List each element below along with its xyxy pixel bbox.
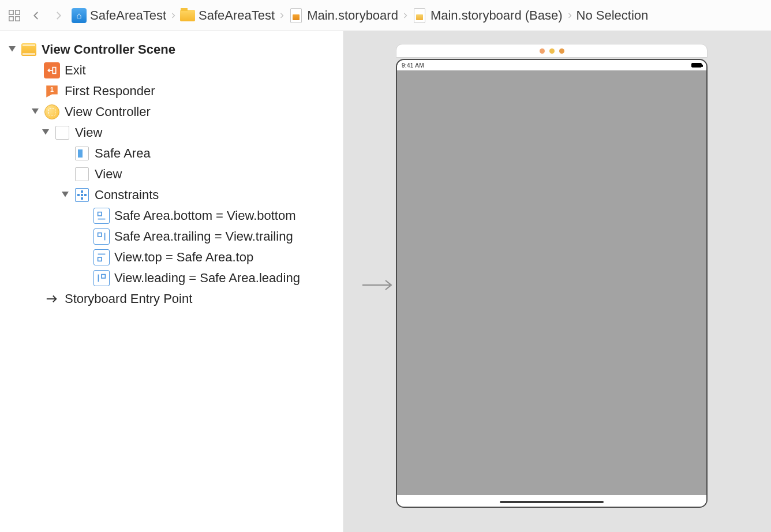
svg-marker-10 (62, 192, 69, 197)
breadcrumb-label: Main.storyboard (Base) (431, 8, 563, 23)
svg-rect-1 (16, 10, 20, 14)
svg-rect-13 (98, 233, 102, 237)
outline-label: Safe Area.trailing = View.trailing (114, 229, 293, 244)
breadcrumb-item-selection[interactable]: No Selection (577, 8, 649, 23)
svg-rect-18 (102, 275, 105, 278)
device-frame[interactable]: 9:41 AM (396, 59, 708, 508)
svg-rect-3 (16, 16, 20, 20)
storyboard-file-icon (289, 8, 304, 23)
breadcrumb-item-file[interactable]: Main.storyboard (289, 8, 398, 23)
chevron-right-icon (278, 10, 285, 21)
battery-icon (691, 63, 702, 68)
home-indicator-icon (500, 501, 604, 503)
status-time: 9:41 AM (402, 62, 424, 69)
outline-label: Constraints (95, 188, 159, 203)
outline-label: View.top = Safe Area.top (114, 250, 253, 265)
svg-rect-2 (9, 16, 13, 20)
storyboard-file-icon (412, 8, 427, 23)
view-icon (74, 166, 90, 182)
outline-label: View Controller (65, 104, 151, 119)
constraint-trailing-icon (93, 228, 110, 245)
outline-row-exit[interactable]: Exit (0, 60, 343, 81)
outline-label: View.leading = Safe Area.leading (114, 271, 300, 286)
breadcrumb-label: SafeAreaTest (199, 8, 275, 23)
outline-row-constraint-leading[interactable]: View.leading = Safe Area.leading (0, 268, 343, 289)
scene-preview[interactable]: 9:41 AM (396, 44, 708, 508)
svg-marker-8 (32, 108, 39, 114)
status-bar: 9:41 AM (397, 60, 706, 70)
chevron-right-icon (402, 10, 409, 21)
svg-rect-0 (9, 10, 13, 14)
view-icon (54, 125, 70, 141)
chevron-right-icon (170, 10, 177, 21)
editor-main: View Controller Scene Exit 1 First Respo… (0, 31, 771, 532)
outline-row-scene[interactable]: View Controller Scene (0, 39, 343, 60)
outline-row-subview[interactable]: View (0, 164, 343, 185)
entry-point-arrow-icon[interactable] (362, 278, 395, 295)
breadcrumb-item-group[interactable]: SafeAreaTest (180, 8, 275, 23)
disclosure-triangle-icon[interactable] (8, 46, 16, 54)
scene-title-bar[interactable] (396, 44, 708, 58)
chevron-right-icon (566, 10, 573, 21)
constraint-bottom-icon (93, 208, 110, 224)
breadcrumb-item-base[interactable]: Main.storyboard (Base) (412, 8, 563, 23)
nav-back-button[interactable] (28, 7, 45, 24)
nav-forward-button[interactable] (50, 7, 67, 24)
constraint-leading-icon (93, 270, 110, 286)
outline-row-constraints[interactable]: Constraints (0, 185, 343, 205)
scene-dot-icon (549, 48, 555, 54)
document-outline[interactable]: View Controller Scene Exit 1 First Respo… (0, 31, 344, 532)
disclosure-triangle-icon[interactable] (31, 108, 39, 116)
constraints-group-icon (74, 187, 90, 203)
outline-label: First Responder (65, 84, 155, 99)
exit-icon (44, 62, 60, 78)
outline-row-entry-point[interactable]: Storyboard Entry Point (0, 289, 343, 309)
outline-label: Safe Area (95, 146, 151, 161)
scene-icon (21, 42, 37, 58)
breadcrumb-label: SafeAreaTest (90, 8, 166, 23)
first-responder-icon: 1 (44, 83, 60, 99)
svg-rect-16 (98, 257, 102, 261)
outline-row-view[interactable]: View (0, 122, 343, 143)
outline-label: View (95, 167, 122, 182)
view-controller-icon (44, 104, 60, 120)
constraint-top-icon (93, 249, 110, 265)
outline-label: View Controller Scene (42, 42, 175, 57)
folder-icon (180, 8, 195, 23)
svg-text:1: 1 (50, 86, 54, 93)
app-icon (72, 8, 87, 23)
svg-rect-6 (53, 68, 55, 74)
outline-row-view-controller[interactable]: View Controller (0, 102, 343, 122)
outline-label: Exit (65, 63, 86, 78)
outline-row-first-responder[interactable]: 1 First Responder (0, 81, 343, 102)
breadcrumb-item-project[interactable]: SafeAreaTest (72, 8, 166, 23)
outline-row-constraint-top[interactable]: View.top = Safe Area.top (0, 247, 343, 268)
svg-marker-4 (9, 46, 16, 52)
entry-point-arrow-icon (44, 291, 60, 307)
outline-label: Storyboard Entry Point (65, 291, 192, 306)
outline-label: View (75, 125, 102, 140)
outline-row-constraint-trailing[interactable]: Safe Area.trailing = View.trailing (0, 226, 343, 247)
svg-rect-11 (98, 212, 102, 216)
related-items-button[interactable] (6, 7, 23, 24)
scene-dot-icon (559, 48, 564, 54)
ib-canvas[interactable]: 9:41 AM (344, 31, 771, 532)
outline-row-safe-area[interactable]: Safe Area (0, 143, 343, 164)
svg-marker-9 (42, 129, 49, 135)
outline-label: Safe Area.bottom = View.bottom (114, 208, 296, 223)
editor-toolbar: SafeAreaTest SafeAreaTest Main.storyboar… (0, 0, 771, 31)
outline-row-constraint-bottom[interactable]: Safe Area.bottom = View.bottom (0, 205, 343, 226)
breadcrumb-label: Main.storyboard (307, 8, 398, 23)
scene-dot-icon (540, 48, 545, 54)
disclosure-triangle-icon[interactable] (61, 191, 69, 199)
safe-area-icon (74, 145, 90, 162)
breadcrumb: SafeAreaTest SafeAreaTest Main.storyboar… (72, 8, 765, 23)
disclosure-triangle-icon[interactable] (42, 129, 50, 137)
breadcrumb-label: No Selection (577, 8, 649, 23)
